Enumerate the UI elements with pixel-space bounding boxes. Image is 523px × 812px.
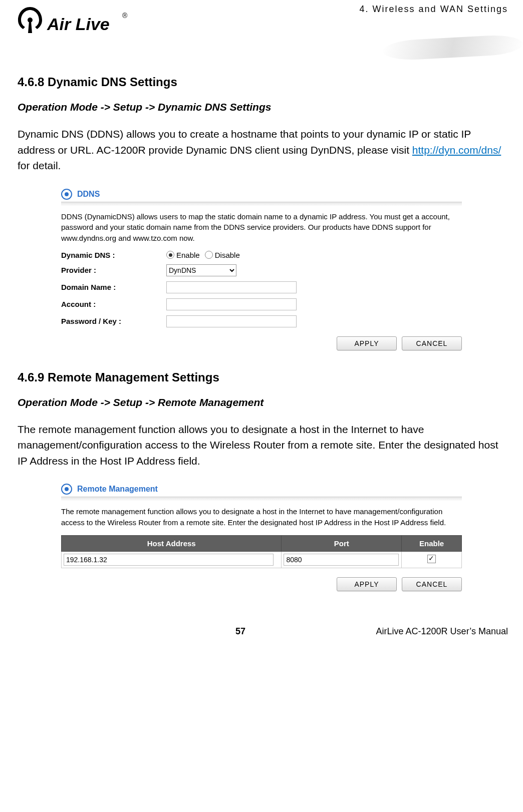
label-password: Password / Key : [61, 317, 166, 325]
host-input[interactable] [64, 554, 274, 566]
breadcrumb-ddns: Operation Mode -> Setup -> Dynamic DNS S… [18, 101, 505, 113]
label-provider: Provider : [61, 266, 166, 274]
enable-checkbox[interactable] [427, 555, 436, 563]
desc-text-before: Dynamic DNS (DDNS) allows you to create … [18, 128, 471, 156]
bullet-icon [61, 189, 72, 200]
label-dynamic-dns: Dynamic DNS : [61, 251, 166, 259]
cancel-button[interactable]: CANCEL [402, 336, 462, 350]
radio-enable[interactable]: Enable [166, 251, 200, 259]
th-enable: Enable [402, 535, 462, 551]
ddns-help-text: DDNS (DynamicDNS) allows users to map th… [61, 211, 462, 244]
manual-title: AirLive AC-1200R User’s Manual [376, 626, 508, 637]
apply-button[interactable]: APPLY [337, 577, 397, 591]
radio-disable[interactable]: Disable [205, 251, 240, 259]
row-dynamic-dns: Dynamic DNS : Enable Disable [61, 251, 462, 259]
dyndns-link[interactable]: http://dyn.com/dns/ [412, 144, 501, 156]
account-input[interactable] [166, 298, 297, 310]
svg-text:®: ® [122, 12, 128, 20]
breadcrumb-remote: Operation Mode -> Setup -> Remote Manage… [18, 396, 505, 409]
brand-logo: Air Live ® [14, 5, 129, 42]
port-input[interactable] [284, 554, 398, 566]
section-heading-remote: 4.6.9 Remote Management Settings [18, 370, 505, 384]
label-domain: Domain Name : [61, 283, 166, 291]
desc-text-after: for detail. [18, 160, 61, 171]
domain-input[interactable] [166, 281, 297, 293]
page-footer: 57 AirLive AC-1200R User’s Manual [0, 611, 523, 647]
section-desc-ddns: Dynamic DNS (DDNS) allows you to create … [18, 126, 505, 174]
chapter-title: 4. Wireless and WAN Settings [360, 4, 508, 15]
row-provider: Provider : DynDNS [61, 264, 462, 276]
radio-icon [205, 251, 213, 259]
table-row [62, 551, 462, 568]
row-password: Password / Key : [61, 315, 462, 327]
page-number: 57 [235, 626, 245, 637]
password-input[interactable] [166, 315, 297, 327]
th-host: Host Address [62, 535, 282, 551]
radio-disable-label: Disable [215, 251, 240, 259]
svg-text:Air Live: Air Live [47, 15, 110, 34]
bullet-icon [61, 484, 72, 495]
panel-divider [61, 497, 462, 501]
radio-enable-label: Enable [176, 251, 200, 259]
section-desc-remote: The remote management function allows yo… [18, 422, 505, 469]
panel-divider [61, 202, 462, 206]
row-account: Account : [61, 298, 462, 310]
remote-help-text: The remote management function allows yo… [61, 506, 462, 528]
provider-select[interactable]: DynDNS [166, 264, 236, 276]
th-port: Port [282, 535, 402, 551]
panel-title-remote: Remote Management [77, 485, 158, 494]
label-account: Account : [61, 300, 166, 308]
remote-panel: Remote Management The remote management … [61, 484, 462, 591]
apply-button[interactable]: APPLY [337, 336, 397, 350]
section-heading-ddns: 4.6.8 Dynamic DNS Settings [18, 75, 505, 89]
radio-icon [166, 251, 174, 259]
cancel-button[interactable]: CANCEL [402, 577, 462, 591]
remote-table: Host Address Port Enable [61, 535, 462, 568]
panel-title-ddns: DDNS [77, 190, 100, 199]
row-domain: Domain Name : [61, 281, 462, 293]
ddns-panel: DDNS DDNS (DynamicDNS) allows users to m… [61, 189, 462, 350]
page-header: Air Live ® 4. Wireless and WAN Settings [0, 0, 523, 55]
